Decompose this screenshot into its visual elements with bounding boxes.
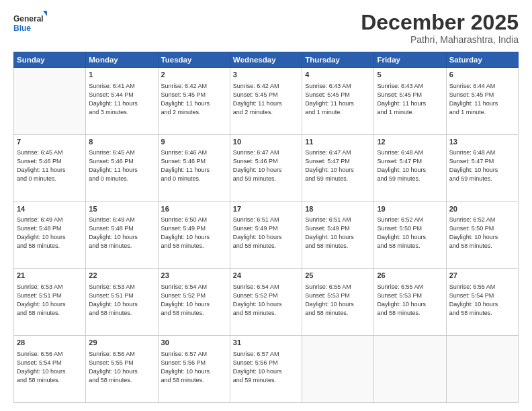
calendar-cell: 5Sunrise: 6:43 AMSunset: 5:45 PMDaylight… xyxy=(374,68,446,135)
day-number: 19 xyxy=(377,204,443,214)
day-number: 23 xyxy=(161,271,227,281)
day-info: Sunrise: 6:52 AMSunset: 5:50 PMDaylight:… xyxy=(377,216,443,250)
day-number: 6 xyxy=(449,70,515,80)
calendar-cell: 24Sunrise: 6:54 AMSunset: 5:52 PMDayligh… xyxy=(230,269,302,336)
day-info: Sunrise: 6:55 AMSunset: 5:53 PMDaylight:… xyxy=(377,283,443,318)
day-info: Sunrise: 6:43 AMSunset: 5:45 PMDaylight:… xyxy=(377,82,443,117)
svg-text:Blue: Blue xyxy=(13,24,31,33)
calendar-cell: 12Sunrise: 6:48 AMSunset: 5:47 PMDayligh… xyxy=(374,134,446,201)
day-info: Sunrise: 6:47 AMSunset: 5:47 PMDaylight:… xyxy=(305,148,371,183)
day-number: 27 xyxy=(449,271,515,281)
day-number: 21 xyxy=(17,271,83,281)
day-info: Sunrise: 6:56 AMSunset: 5:54 PMDaylight:… xyxy=(17,350,83,385)
day-number: 31 xyxy=(233,338,299,348)
calendar-table: SundayMondayTuesdayWednesdayThursdayFrid… xyxy=(13,52,519,403)
day-info: Sunrise: 6:53 AMSunset: 5:51 PMDaylight:… xyxy=(89,283,154,318)
calendar-cell: 10Sunrise: 6:47 AMSunset: 5:46 PMDayligh… xyxy=(230,134,302,201)
svg-marker-2 xyxy=(43,11,47,16)
day-number: 15 xyxy=(89,204,154,214)
title-block: December 2025 Pathri, Maharashtra, India xyxy=(361,11,519,45)
day-number: 5 xyxy=(377,70,443,80)
week-row-4: 21Sunrise: 6:53 AMSunset: 5:51 PMDayligh… xyxy=(14,269,519,336)
day-number: 17 xyxy=(233,204,299,214)
week-row-2: 7Sunrise: 6:45 AMSunset: 5:46 PMDaylight… xyxy=(14,134,519,201)
day-info: Sunrise: 6:49 AMSunset: 5:48 PMDaylight:… xyxy=(89,216,154,250)
dow-header-friday: Friday xyxy=(374,52,446,68)
day-number: 8 xyxy=(89,137,154,147)
day-info: Sunrise: 6:57 AMSunset: 5:56 PMDaylight:… xyxy=(161,350,227,385)
day-number: 28 xyxy=(17,338,83,348)
calendar-cell: 13Sunrise: 6:48 AMSunset: 5:47 PMDayligh… xyxy=(446,134,518,201)
calendar-cell: 4Sunrise: 6:43 AMSunset: 5:45 PMDaylight… xyxy=(302,68,374,135)
day-info: Sunrise: 6:54 AMSunset: 5:52 PMDaylight:… xyxy=(233,283,299,318)
calendar-cell: 3Sunrise: 6:42 AMSunset: 5:45 PMDaylight… xyxy=(230,68,302,135)
day-info: Sunrise: 6:50 AMSunset: 5:49 PMDaylight:… xyxy=(161,216,227,250)
month-title: December 2025 xyxy=(361,11,519,34)
calendar-cell: 8Sunrise: 6:45 AMSunset: 5:46 PMDaylight… xyxy=(86,134,158,201)
day-info: Sunrise: 6:55 AMSunset: 5:54 PMDaylight:… xyxy=(449,283,515,318)
header: General Blue December 2025 Pathri, Mahar… xyxy=(13,11,519,45)
dow-header-monday: Monday xyxy=(86,52,158,68)
calendar-cell: 22Sunrise: 6:53 AMSunset: 5:51 PMDayligh… xyxy=(86,269,158,336)
day-info: Sunrise: 6:42 AMSunset: 5:45 PMDaylight:… xyxy=(161,82,227,117)
day-number: 9 xyxy=(161,137,227,147)
calendar-cell xyxy=(446,336,518,403)
calendar-cell: 21Sunrise: 6:53 AMSunset: 5:51 PMDayligh… xyxy=(14,269,86,336)
day-info: Sunrise: 6:45 AMSunset: 5:46 PMDaylight:… xyxy=(89,148,154,183)
dow-header-wednesday: Wednesday xyxy=(230,52,302,68)
day-info: Sunrise: 6:53 AMSunset: 5:51 PMDaylight:… xyxy=(17,283,83,318)
day-number: 26 xyxy=(377,271,443,281)
day-info: Sunrise: 6:57 AMSunset: 5:56 PMDaylight:… xyxy=(233,350,299,385)
day-number: 25 xyxy=(305,271,371,281)
day-info: Sunrise: 6:48 AMSunset: 5:47 PMDaylight:… xyxy=(377,148,443,183)
day-number: 16 xyxy=(161,204,227,214)
day-number: 2 xyxy=(161,70,227,80)
day-info: Sunrise: 6:48 AMSunset: 5:47 PMDaylight:… xyxy=(449,148,515,183)
day-number: 29 xyxy=(89,338,154,348)
day-number: 24 xyxy=(233,271,299,281)
day-info: Sunrise: 6:45 AMSunset: 5:46 PMDaylight:… xyxy=(17,148,83,183)
day-number: 30 xyxy=(161,338,227,348)
day-info: Sunrise: 6:51 AMSunset: 5:49 PMDaylight:… xyxy=(233,216,299,250)
day-info: Sunrise: 6:52 AMSunset: 5:50 PMDaylight:… xyxy=(449,216,515,250)
day-number: 22 xyxy=(89,271,154,281)
day-info: Sunrise: 6:47 AMSunset: 5:46 PMDaylight:… xyxy=(233,148,299,183)
day-info: Sunrise: 6:43 AMSunset: 5:45 PMDaylight:… xyxy=(305,82,371,117)
calendar-cell: 25Sunrise: 6:55 AMSunset: 5:53 PMDayligh… xyxy=(302,269,374,336)
day-number: 18 xyxy=(305,204,371,214)
calendar-cell: 2Sunrise: 6:42 AMSunset: 5:45 PMDaylight… xyxy=(158,68,230,135)
day-info: Sunrise: 6:54 AMSunset: 5:52 PMDaylight:… xyxy=(161,283,227,318)
week-row-5: 28Sunrise: 6:56 AMSunset: 5:54 PMDayligh… xyxy=(14,336,519,403)
calendar-cell: 11Sunrise: 6:47 AMSunset: 5:47 PMDayligh… xyxy=(302,134,374,201)
day-number: 11 xyxy=(305,137,371,147)
logo-svg: General Blue xyxy=(13,11,47,35)
dow-header-tuesday: Tuesday xyxy=(158,52,230,68)
calendar-cell: 20Sunrise: 6:52 AMSunset: 5:50 PMDayligh… xyxy=(446,201,518,269)
day-number: 12 xyxy=(377,137,443,147)
day-info: Sunrise: 6:46 AMSunset: 5:46 PMDaylight:… xyxy=(161,148,227,183)
day-number: 13 xyxy=(449,137,515,147)
calendar-cell: 23Sunrise: 6:54 AMSunset: 5:52 PMDayligh… xyxy=(158,269,230,336)
week-row-3: 14Sunrise: 6:49 AMSunset: 5:48 PMDayligh… xyxy=(14,201,519,269)
calendar-cell: 31Sunrise: 6:57 AMSunset: 5:56 PMDayligh… xyxy=(230,336,302,403)
calendar-cell: 28Sunrise: 6:56 AMSunset: 5:54 PMDayligh… xyxy=(14,336,86,403)
calendar-cell: 16Sunrise: 6:50 AMSunset: 5:49 PMDayligh… xyxy=(158,201,230,269)
week-row-1: 1Sunrise: 6:41 AMSunset: 5:44 PMDaylight… xyxy=(14,68,519,135)
day-info: Sunrise: 6:49 AMSunset: 5:48 PMDaylight:… xyxy=(17,216,83,250)
day-number: 4 xyxy=(305,70,371,80)
calendar-cell: 18Sunrise: 6:51 AMSunset: 5:49 PMDayligh… xyxy=(302,201,374,269)
calendar-cell: 15Sunrise: 6:49 AMSunset: 5:48 PMDayligh… xyxy=(86,201,158,269)
calendar-cell: 1Sunrise: 6:41 AMSunset: 5:44 PMDaylight… xyxy=(86,68,158,135)
logo: General Blue xyxy=(13,11,47,35)
dow-header-thursday: Thursday xyxy=(302,52,374,68)
calendar-cell: 30Sunrise: 6:57 AMSunset: 5:56 PMDayligh… xyxy=(158,336,230,403)
day-number: 20 xyxy=(449,204,515,214)
day-info: Sunrise: 6:51 AMSunset: 5:49 PMDaylight:… xyxy=(305,216,371,250)
dow-header-saturday: Saturday xyxy=(446,52,518,68)
calendar-cell: 27Sunrise: 6:55 AMSunset: 5:54 PMDayligh… xyxy=(446,269,518,336)
svg-text:General: General xyxy=(13,14,44,24)
calendar-cell: 9Sunrise: 6:46 AMSunset: 5:46 PMDaylight… xyxy=(158,134,230,201)
location: Pathri, Maharashtra, India xyxy=(361,34,519,45)
calendar-cell: 29Sunrise: 6:56 AMSunset: 5:55 PMDayligh… xyxy=(86,336,158,403)
dow-header-sunday: Sunday xyxy=(14,52,86,68)
